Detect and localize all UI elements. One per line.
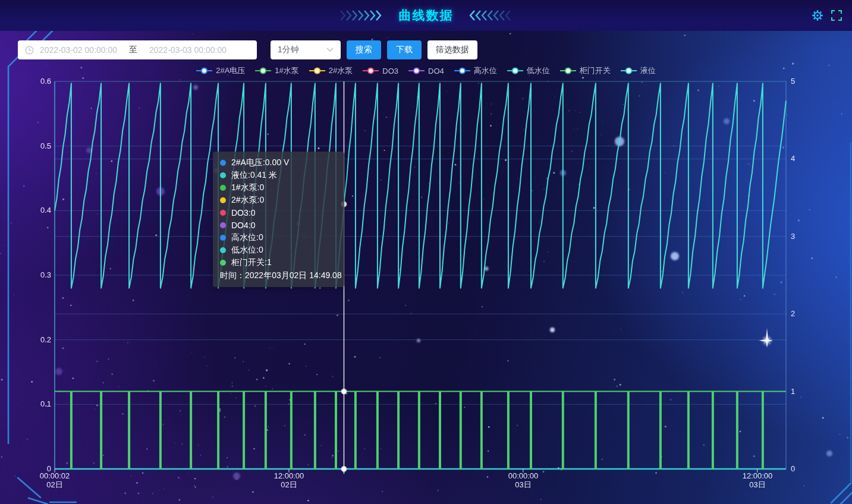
title-chevrons-left-icon	[339, 10, 383, 21]
legend-item-2[interactable]: 2#水泵	[309, 65, 353, 76]
header-bar: 曲线数据	[0, 0, 852, 31]
tooltip-series-dot	[220, 247, 226, 253]
legend-label: 柜门开关	[580, 65, 611, 76]
legend-label: DO4	[428, 67, 444, 75]
legend-item-7[interactable]: 柜门开关	[560, 65, 611, 76]
tooltip-series-dot	[220, 210, 226, 216]
title-chevrons-right-icon	[469, 10, 513, 21]
tooltip-row: 低水位:0	[220, 244, 336, 256]
interval-select-value: 1分钟	[278, 45, 299, 55]
tooltip-series-dot	[220, 160, 226, 166]
legend-label: DO3	[382, 67, 398, 75]
tooltip-row: 1#水泵:0	[220, 181, 336, 194]
gear-icon[interactable]	[812, 10, 823, 21]
tooltip-series-dot	[220, 260, 226, 266]
end-date-value[interactable]: 2022-03-03 00:00:00	[149, 45, 227, 55]
legend-label: 液位	[640, 65, 656, 76]
legend-marker-icon	[309, 67, 325, 75]
sparkle-star	[759, 328, 773, 348]
tooltip-series-dot	[220, 172, 226, 178]
page-title: 曲线数据	[399, 7, 454, 24]
legend-item-5[interactable]: 高水位	[454, 65, 497, 76]
grid-lines	[55, 81, 786, 404]
start-date-value[interactable]: 2022-03-02 00:00:00	[40, 45, 117, 55]
download-button[interactable]: 下载	[387, 40, 422, 59]
legend-marker-icon	[196, 67, 212, 75]
legend-marker-icon	[363, 67, 379, 75]
liquid-level-series-line	[55, 83, 786, 288]
legend-marker-icon	[255, 67, 271, 75]
legend-item-1[interactable]: 1#水泵	[255, 65, 298, 76]
legend-marker-icon	[454, 67, 470, 75]
door-switch-series-line	[55, 392, 786, 469]
legend-item-8[interactable]: 液位	[621, 65, 656, 76]
tooltip-row: DO3:0	[220, 206, 336, 219]
date-range-input[interactable]: 2022-03-02 00:00:00 至 2022-03-03 00:00:0…	[18, 40, 257, 59]
legend-item-0[interactable]: 2#A电压	[196, 65, 245, 76]
legend-label: 2#A电压	[216, 65, 245, 76]
tooltip-row: 液位:0.41 米	[220, 169, 336, 181]
tooltip-series-dot	[220, 235, 226, 241]
tooltip-series-dot	[220, 222, 226, 228]
legend-item-4[interactable]: DO4	[408, 67, 444, 75]
legend-marker-icon	[507, 67, 523, 75]
chart-legend: 2#A电压 1#水泵 2#水泵 DO3 DO4 高水位 低水位	[0, 65, 852, 76]
chevron-down-icon	[326, 48, 334, 52]
interval-select[interactable]: 1分钟	[271, 40, 341, 59]
legend-marker-icon	[408, 67, 425, 75]
pointer-dot	[341, 467, 346, 471]
legend-item-3[interactable]: DO3	[363, 67, 398, 75]
pointer-dot	[341, 389, 346, 393]
tooltip-row: 高水位:0	[220, 231, 336, 244]
clock-icon	[25, 46, 34, 55]
tooltip-series-dot	[220, 185, 226, 191]
legend-marker-icon	[560, 67, 576, 75]
legend-marker-icon	[621, 67, 637, 75]
legend-item-6[interactable]: 低水位	[507, 65, 550, 76]
legend-label: 低水位	[527, 65, 550, 76]
tooltip-row: 2#A电压:0.00 V	[220, 156, 336, 169]
fullscreen-icon[interactable]	[831, 10, 842, 21]
legend-label: 2#水泵	[329, 65, 353, 76]
tooltip-row: DO4:0	[220, 219, 336, 231]
tooltip-time: 时间：2022年03月02日 14:49.08	[220, 269, 336, 282]
legend-label: 1#水泵	[275, 65, 298, 76]
filter-data-button[interactable]: 筛选数据	[427, 40, 477, 59]
tooltip-row: 2#水泵:0	[220, 194, 336, 206]
curve-data-page: 曲线数据	[0, 0, 852, 504]
tooltip-row: 柜门开关:1	[220, 256, 336, 269]
query-toolbar: 2022-03-02 00:00:00 至 2022-03-03 00:00:0…	[18, 40, 483, 59]
chart-tooltip: 2#A电压:0.00 V液位:0.41 米1#水泵:02#水泵:0DO3:0DO…	[213, 152, 344, 287]
tooltip-series-dot	[220, 197, 226, 203]
search-button[interactable]: 搜索	[347, 40, 381, 59]
date-range-separator: 至	[129, 45, 137, 55]
legend-label: 高水位	[474, 65, 497, 76]
